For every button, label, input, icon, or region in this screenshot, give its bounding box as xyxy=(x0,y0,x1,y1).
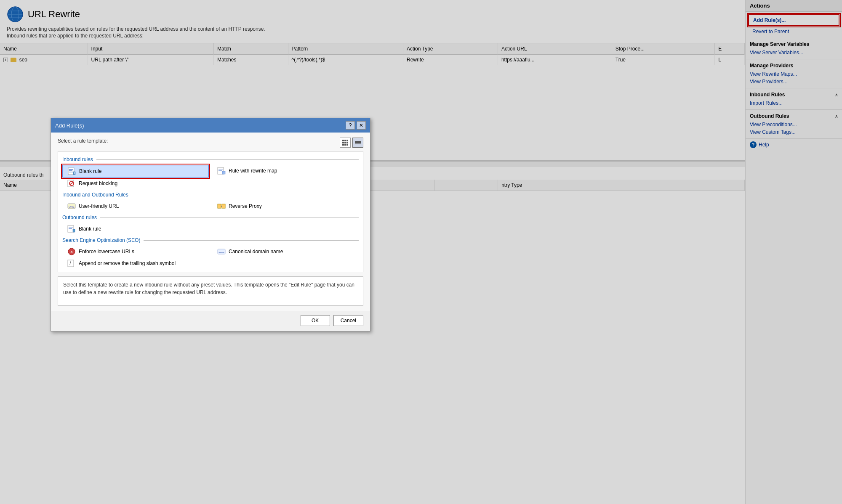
canonical-domain-label: Canonical domain name xyxy=(229,249,283,255)
seo-label: Search Engine Optimization (SEO) xyxy=(62,237,140,243)
svg-rect-11 xyxy=(218,169,223,170)
dialog-footer: OK Cancel xyxy=(51,311,370,331)
dialog-titlebar: Add Rule(s) ? ✕ xyxy=(51,118,370,133)
canonical-domain-item[interactable]: www Canonical domain name xyxy=(212,246,359,257)
user-friendly-url-label: User-friendly URL xyxy=(79,203,119,209)
dialog-close-button[interactable]: ✕ xyxy=(357,121,366,130)
inbound-left-col: Blank rule xyxy=(62,165,209,178)
svg-text:www: www xyxy=(218,251,225,254)
outbound-rules-separator: Outbound rules xyxy=(58,214,363,221)
svg-rect-13 xyxy=(222,171,225,174)
description-text: Select this template to create a new inb… xyxy=(63,282,354,295)
inbound-right-col: Rule with rewrite map xyxy=(212,165,359,178)
enforce-lowercase-label: Enforce lowercase URLs xyxy=(79,249,134,255)
append-remove-slash-item[interactable]: / Append or remove the trailing slash sy… xyxy=(58,257,363,269)
enforce-lowercase-icon: a xyxy=(67,248,76,255)
svg-rect-8 xyxy=(69,170,72,171)
svg-rect-9 xyxy=(69,172,73,172)
dialog-titlebar-buttons: ? ✕ xyxy=(346,121,366,130)
svg-rect-24 xyxy=(69,228,72,229)
user-friendly-url-item[interactable]: URL User-friendly URL xyxy=(62,200,209,212)
dialog-title: Add Rule(s) xyxy=(55,122,84,129)
blank-rule-outbound-label: Blank rule xyxy=(79,226,101,232)
inbound-outbound-label: Inbound and Outbound Rules xyxy=(62,192,128,198)
svg-text:URL: URL xyxy=(69,205,75,208)
reverse-proxy-label: Reverse Proxy xyxy=(229,203,262,209)
inbound-rules-category-label: Inbound rules xyxy=(62,157,93,162)
select-template-label: Select a rule template: xyxy=(58,138,108,144)
append-remove-slash-label: Append or remove the trailing slash symb… xyxy=(79,260,176,266)
description-box: Select this template to create a new inb… xyxy=(58,276,363,306)
dialog-content: Select a rule template: xyxy=(51,133,370,311)
blank-rule-outbound-icon xyxy=(67,225,76,233)
add-rules-dialog: Add Rule(s) ? ✕ Select a rule template: xyxy=(51,118,370,332)
blank-rule-inbound-item[interactable]: Blank rule xyxy=(62,165,209,178)
svg-rect-19 xyxy=(218,204,221,208)
seo-separator: Search Engine Optimization (SEO) xyxy=(58,236,363,244)
rule-with-rewrite-map-label: Rule with rewrite map xyxy=(229,168,277,174)
inbound-outbound-separator: Inbound and Outbound Rules xyxy=(58,191,363,199)
request-blocking-icon xyxy=(67,180,76,187)
inbound-outbound-items: URL User-friendly URL xyxy=(58,200,363,212)
dialog-overlay: Add Rule(s) ? ✕ Select a rule template: xyxy=(0,0,842,504)
svg-rect-23 xyxy=(69,227,73,228)
svg-rect-7 xyxy=(69,169,73,170)
rule-with-rewrite-map-item[interactable]: Rule with rewrite map xyxy=(212,165,359,177)
append-remove-slash-icon: / xyxy=(67,260,76,267)
dialog-cancel-button[interactable]: Cancel xyxy=(333,315,363,326)
inbound-rules-items: Blank rule xyxy=(58,165,363,178)
view-grid-button[interactable] xyxy=(340,138,351,148)
outbound-rules-category-label: Outbound rules xyxy=(62,215,97,220)
canonical-domain-icon: www xyxy=(217,248,226,255)
svg-rect-12 xyxy=(218,170,222,171)
request-blocking-item[interactable]: Request blocking xyxy=(58,178,363,189)
seo-items: a Enforce lowercase URLs www xyxy=(58,246,363,257)
user-friendly-url-icon: URL xyxy=(67,202,76,210)
rules-list-panel: Inbound rules xyxy=(58,151,363,272)
blank-rule-inbound-label: Blank rule xyxy=(79,168,101,174)
inbound-rules-separator: Inbound rules xyxy=(58,156,363,163)
enforce-lowercase-item[interactable]: a Enforce lowercase URLs xyxy=(62,246,209,257)
reverse-proxy-icon xyxy=(217,202,226,210)
rule-with-rewrite-map-icon xyxy=(217,167,226,175)
blank-rule-outbound-item[interactable]: Blank rule xyxy=(58,223,363,235)
blank-rule-inbound-icon xyxy=(68,167,76,175)
svg-rect-20 xyxy=(222,204,225,208)
dialog-ok-button[interactable]: OK xyxy=(301,315,330,326)
reverse-proxy-item[interactable]: Reverse Proxy xyxy=(212,200,359,212)
view-list-button[interactable] xyxy=(352,138,363,148)
dialog-help-button[interactable]: ? xyxy=(346,121,355,130)
request-blocking-label: Request blocking xyxy=(79,180,117,186)
